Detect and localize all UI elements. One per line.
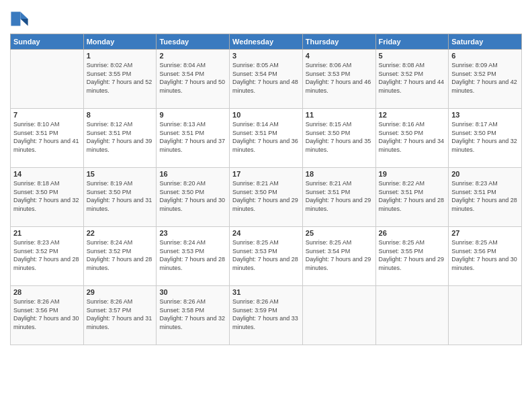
calendar-cell: 24Sunrise: 8:25 AMSunset: 3:53 PMDayligh… <box>230 227 303 286</box>
calendar-cell: 14Sunrise: 8:18 AMSunset: 3:50 PMDayligh… <box>11 168 84 227</box>
calendar-cell: 17Sunrise: 8:21 AMSunset: 3:50 PMDayligh… <box>230 168 303 227</box>
calendar-header: SundayMondayTuesdayWednesdayThursdayFrid… <box>11 34 522 50</box>
calendar-cell: 8Sunrise: 8:12 AMSunset: 3:51 PMDaylight… <box>83 109 157 168</box>
day-number: 19 <box>379 170 446 178</box>
calendar-week-row: 1Sunrise: 8:02 AMSunset: 3:55 PMDaylight… <box>11 50 522 109</box>
weekday-header: Thursday <box>302 34 375 50</box>
day-number: 25 <box>306 229 373 237</box>
day-number: 23 <box>159 229 226 237</box>
calendar-week-row: 21Sunrise: 8:23 AMSunset: 3:52 PMDayligh… <box>11 227 522 286</box>
day-info: Sunrise: 8:24 AMSunset: 3:53 PMDaylight:… <box>159 238 226 272</box>
calendar-body: 1Sunrise: 8:02 AMSunset: 3:55 PMDaylight… <box>11 50 522 345</box>
calendar-cell: 3Sunrise: 8:05 AMSunset: 3:54 PMDaylight… <box>230 50 303 109</box>
calendar-cell: 1Sunrise: 8:02 AMSunset: 3:55 PMDaylight… <box>83 50 157 109</box>
day-info: Sunrise: 8:09 AMSunset: 3:52 PMDaylight:… <box>451 61 519 95</box>
day-info: Sunrise: 8:25 AMSunset: 3:56 PMDaylight:… <box>451 238 519 272</box>
calendar-cell: 31Sunrise: 8:26 AMSunset: 3:59 PMDayligh… <box>230 286 303 345</box>
day-info: Sunrise: 8:21 AMSunset: 3:50 PMDaylight:… <box>232 179 300 213</box>
day-info: Sunrise: 8:05 AMSunset: 3:54 PMDaylight:… <box>232 61 300 95</box>
day-number: 10 <box>232 111 300 119</box>
day-number: 26 <box>379 229 446 237</box>
day-number: 18 <box>306 170 373 178</box>
calendar-cell: 12Sunrise: 8:16 AMSunset: 3:50 PMDayligh… <box>375 109 449 168</box>
day-info: Sunrise: 8:20 AMSunset: 3:50 PMDaylight:… <box>159 179 226 213</box>
day-info: Sunrise: 8:02 AMSunset: 3:55 PMDaylight:… <box>87 61 154 95</box>
svg-rect-2 <box>11 12 20 26</box>
day-info: Sunrise: 8:24 AMSunset: 3:52 PMDaylight:… <box>87 238 154 272</box>
day-info: Sunrise: 8:12 AMSunset: 3:51 PMDaylight:… <box>87 120 154 154</box>
day-number: 16 <box>159 170 226 178</box>
svg-marker-1 <box>20 19 28 26</box>
calendar-cell: 9Sunrise: 8:13 AMSunset: 3:51 PMDaylight… <box>157 109 230 168</box>
day-info: Sunrise: 8:26 AMSunset: 3:58 PMDaylight:… <box>159 298 226 331</box>
day-info: Sunrise: 8:26 AMSunset: 3:59 PMDaylight:… <box>232 298 300 331</box>
day-number: 12 <box>379 111 446 119</box>
day-info: Sunrise: 8:13 AMSunset: 3:51 PMDaylight:… <box>159 120 226 154</box>
day-number: 30 <box>159 288 226 296</box>
day-number: 2 <box>159 52 226 60</box>
page-header <box>10 7 522 28</box>
day-info: Sunrise: 8:14 AMSunset: 3:51 PMDaylight:… <box>232 120 300 154</box>
day-info: Sunrise: 8:17 AMSunset: 3:50 PMDaylight:… <box>451 120 519 154</box>
calendar-week-row: 28Sunrise: 8:26 AMSunset: 3:56 PMDayligh… <box>11 286 522 345</box>
weekday-header: Monday <box>83 34 157 50</box>
calendar-cell: 4Sunrise: 8:06 AMSunset: 3:53 PMDaylight… <box>302 50 375 109</box>
day-info: Sunrise: 8:26 AMSunset: 3:56 PMDaylight:… <box>13 298 81 331</box>
calendar-cell: 28Sunrise: 8:26 AMSunset: 3:56 PMDayligh… <box>11 286 84 345</box>
day-info: Sunrise: 8:19 AMSunset: 3:50 PMDaylight:… <box>87 179 154 213</box>
logo <box>10 9 30 28</box>
day-number: 22 <box>87 229 154 237</box>
calendar-cell: 16Sunrise: 8:20 AMSunset: 3:50 PMDayligh… <box>157 168 230 227</box>
calendar-cell <box>375 286 449 345</box>
calendar-cell: 2Sunrise: 8:04 AMSunset: 3:54 PMDaylight… <box>157 50 230 109</box>
calendar-cell <box>11 50 84 109</box>
day-number: 7 <box>13 111 81 119</box>
day-info: Sunrise: 8:18 AMSunset: 3:50 PMDaylight:… <box>13 179 81 213</box>
weekday-header: Tuesday <box>157 34 230 50</box>
calendar-cell: 21Sunrise: 8:23 AMSunset: 3:52 PMDayligh… <box>11 227 84 286</box>
calendar-cell: 13Sunrise: 8:17 AMSunset: 3:50 PMDayligh… <box>449 109 522 168</box>
calendar-cell: 18Sunrise: 8:21 AMSunset: 3:51 PMDayligh… <box>302 168 375 227</box>
day-number: 29 <box>87 288 154 296</box>
day-info: Sunrise: 8:23 AMSunset: 3:51 PMDaylight:… <box>451 179 519 213</box>
day-number: 5 <box>379 52 446 60</box>
day-number: 24 <box>232 229 300 237</box>
day-number: 15 <box>87 170 154 178</box>
day-info: Sunrise: 8:22 AMSunset: 3:51 PMDaylight:… <box>379 179 446 213</box>
day-number: 9 <box>159 111 226 119</box>
calendar-cell: 27Sunrise: 8:25 AMSunset: 3:56 PMDayligh… <box>449 227 522 286</box>
calendar-cell: 19Sunrise: 8:22 AMSunset: 3:51 PMDayligh… <box>375 168 449 227</box>
day-info: Sunrise: 8:23 AMSunset: 3:52 PMDaylight:… <box>13 238 81 272</box>
day-info: Sunrise: 8:08 AMSunset: 3:52 PMDaylight:… <box>379 61 446 95</box>
calendar-cell: 22Sunrise: 8:24 AMSunset: 3:52 PMDayligh… <box>83 227 157 286</box>
calendar-cell: 29Sunrise: 8:26 AMSunset: 3:57 PMDayligh… <box>83 286 157 345</box>
calendar-cell: 10Sunrise: 8:14 AMSunset: 3:51 PMDayligh… <box>230 109 303 168</box>
day-info: Sunrise: 8:21 AMSunset: 3:51 PMDaylight:… <box>306 179 373 213</box>
weekday-row: SundayMondayTuesdayWednesdayThursdayFrid… <box>11 34 522 50</box>
calendar-cell <box>449 286 522 345</box>
calendar-cell: 25Sunrise: 8:25 AMSunset: 3:54 PMDayligh… <box>302 227 375 286</box>
day-info: Sunrise: 8:25 AMSunset: 3:55 PMDaylight:… <box>379 238 446 272</box>
day-number: 4 <box>306 52 373 60</box>
day-info: Sunrise: 8:10 AMSunset: 3:51 PMDaylight:… <box>13 120 81 154</box>
day-info: Sunrise: 8:16 AMSunset: 3:50 PMDaylight:… <box>379 120 446 154</box>
day-info: Sunrise: 8:04 AMSunset: 3:54 PMDaylight:… <box>159 61 226 95</box>
calendar-cell: 23Sunrise: 8:24 AMSunset: 3:53 PMDayligh… <box>157 227 230 286</box>
calendar-cell: 5Sunrise: 8:08 AMSunset: 3:52 PMDaylight… <box>375 50 449 109</box>
calendar-cell: 15Sunrise: 8:19 AMSunset: 3:50 PMDayligh… <box>83 168 157 227</box>
calendar-cell: 6Sunrise: 8:09 AMSunset: 3:52 PMDaylight… <box>449 50 522 109</box>
calendar-cell: 11Sunrise: 8:15 AMSunset: 3:50 PMDayligh… <box>302 109 375 168</box>
day-info: Sunrise: 8:25 AMSunset: 3:53 PMDaylight:… <box>232 238 300 272</box>
calendar-cell: 7Sunrise: 8:10 AMSunset: 3:51 PMDaylight… <box>11 109 84 168</box>
calendar-week-row: 7Sunrise: 8:10 AMSunset: 3:51 PMDaylight… <box>11 109 522 168</box>
calendar-cell: 26Sunrise: 8:25 AMSunset: 3:55 PMDayligh… <box>375 227 449 286</box>
day-number: 1 <box>87 52 154 60</box>
day-number: 21 <box>13 229 81 237</box>
day-info: Sunrise: 8:26 AMSunset: 3:57 PMDaylight:… <box>87 298 154 331</box>
calendar-cell: 20Sunrise: 8:23 AMSunset: 3:51 PMDayligh… <box>449 168 522 227</box>
weekday-header: Wednesday <box>230 34 303 50</box>
calendar-page: SundayMondayTuesdayWednesdayThursdayFrid… <box>0 0 532 411</box>
logo-icon <box>10 9 29 28</box>
day-info: Sunrise: 8:25 AMSunset: 3:54 PMDaylight:… <box>306 238 373 272</box>
calendar-table: SundayMondayTuesdayWednesdayThursdayFrid… <box>10 34 522 345</box>
